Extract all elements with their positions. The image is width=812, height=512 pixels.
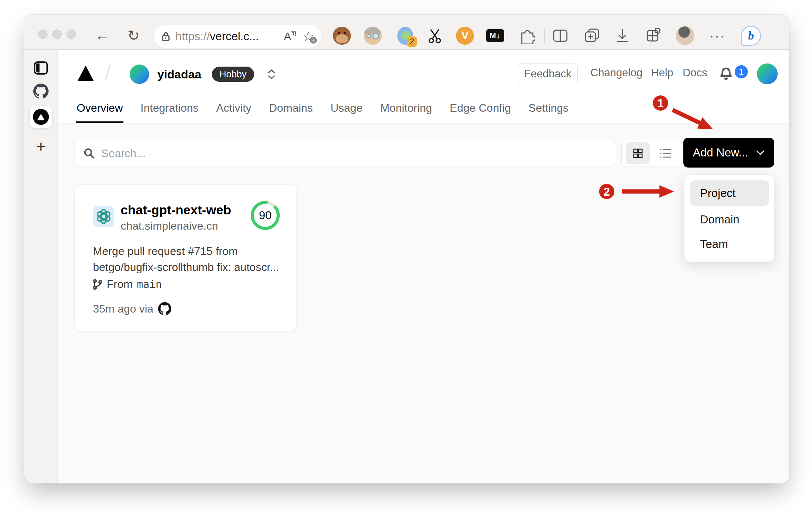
list-view-icon [659, 148, 673, 159]
collections-icon [584, 28, 600, 44]
add-new-label: Add New... [693, 146, 748, 159]
tab-settings[interactable]: Settings [528, 97, 569, 123]
downloads-button[interactable] [612, 26, 632, 46]
profile-cat-avatar [676, 26, 694, 45]
breadcrumb-slash: / [105, 60, 111, 84]
apps-grid-icon [645, 28, 661, 44]
extension-clipper[interactable] [425, 26, 445, 46]
add-new-dropdown: Project Domain Team [684, 174, 774, 262]
puzzle-icon [518, 27, 535, 44]
markdown-icon: M↓ [486, 29, 504, 42]
extensions-menu-button[interactable] [517, 26, 537, 46]
sidebar-tab-vercel-active[interactable] [30, 106, 52, 128]
search-input[interactable] [101, 147, 607, 160]
split-screen-icon [552, 29, 568, 43]
project-avatar [93, 206, 114, 227]
add-favorite-button[interactable]: ☆ + [302, 30, 314, 43]
back-icon: ← [95, 27, 110, 44]
team-switcher-button[interactable] [265, 67, 278, 82]
dropdown-item-domain[interactable]: Domain [690, 207, 769, 232]
tab-integrations[interactable]: Integrations [140, 97, 199, 123]
extension-markdownload[interactable]: M↓ [485, 26, 505, 46]
list-view-button[interactable] [654, 142, 678, 164]
sidebar-panel-button[interactable] [31, 58, 51, 78]
git-branch-icon [92, 279, 103, 290]
browser-profile-button[interactable] [675, 26, 695, 46]
circles-icon: 2 [397, 26, 416, 45]
dropdown-item-project[interactable]: Project [690, 180, 769, 206]
dropdown-item-team[interactable]: Team [690, 231, 769, 257]
extension-avatar[interactable] [363, 26, 383, 46]
extension-tampermonkey[interactable] [332, 26, 352, 46]
lighthouse-score-value: 90 [254, 204, 277, 227]
traffic-light-minimize[interactable] [52, 29, 62, 39]
help-link[interactable]: Help [651, 67, 673, 79]
tab-usage[interactable]: Usage [330, 97, 363, 123]
url-text: https://vercel.c... [175, 30, 284, 43]
page-content: / yidadaa Hobby Feedback Changelog Help … [58, 50, 789, 483]
project-domain[interactable]: chat.simplenaive.cn [121, 220, 218, 232]
screenshot-stage: ← ↻ https://vercel.c... A ☆ + [0, 0, 812, 512]
lock-icon [161, 31, 171, 42]
tab-activity[interactable]: Activity [216, 97, 252, 123]
lighthouse-score-ring: 90 [251, 201, 280, 230]
tab-overview[interactable]: Overview [76, 97, 123, 123]
traffic-light-close[interactable] [38, 29, 47, 39]
extension-tab-manager[interactable]: 2 [396, 26, 416, 46]
github-icon [33, 84, 49, 99]
tab-monitoring[interactable]: Monitoring [380, 97, 433, 123]
project-card[interactable]: chat-gpt-next-web chat.simplenaive.cn 90… [75, 185, 297, 331]
chevron-down-icon [756, 150, 765, 155]
collections-button[interactable] [582, 26, 602, 46]
chevron-down-icon [268, 75, 275, 79]
project-title[interactable]: chat-gpt-next-web [121, 203, 231, 217]
chevron-up-icon [268, 69, 275, 74]
bing-icon: b [741, 26, 761, 46]
browser-essentials-button[interactable] [643, 26, 663, 46]
project-search[interactable] [75, 140, 616, 167]
deploy-meta: 35m ago via [93, 302, 171, 315]
url-host: vercel.c... [210, 30, 259, 43]
search-icon [83, 147, 95, 159]
user-avatar[interactable] [757, 63, 778, 84]
sidebar-tab-github[interactable] [31, 82, 51, 101]
plan-badge: Hobby [212, 67, 254, 82]
add-new-button[interactable]: Add New... [683, 138, 774, 168]
split-screen-button[interactable] [550, 26, 570, 46]
branch-row: From main [92, 278, 162, 291]
vercel-logo[interactable] [78, 66, 94, 81]
notifications-button[interactable]: 1 [719, 63, 749, 85]
refresh-button[interactable]: ↻ [122, 24, 145, 46]
sidebar-divider [31, 136, 51, 136]
grandma-icon [364, 27, 382, 45]
vercel-nav-tabs: Overview Integrations Activity Domains U… [76, 97, 569, 123]
branch-name: main [137, 278, 162, 290]
read-aloud-button[interactable]: A [284, 30, 296, 43]
new-tab-button[interactable]: + [31, 137, 51, 156]
feedback-button[interactable]: Feedback [518, 63, 578, 84]
tab-domains[interactable]: Domains [268, 97, 313, 123]
back-button[interactable]: ← [91, 24, 113, 46]
docs-link[interactable]: Docs [683, 67, 707, 79]
url-scheme: https:// [175, 30, 210, 43]
read-aloud-waves-icon [291, 31, 296, 38]
github-icon [158, 302, 171, 315]
branch-label: From [107, 278, 133, 291]
grid-view-button[interactable] [626, 142, 650, 164]
tab-edge-config[interactable]: Edge Config [449, 97, 511, 123]
deploy-time: 35m ago via [93, 302, 153, 315]
extension-badge: 2 [407, 36, 417, 47]
extension-v[interactable]: V [455, 26, 475, 46]
commit-line-1: Merge pull request #715 from [93, 243, 282, 259]
settings-more-button[interactable]: ··· [707, 26, 727, 46]
team-avatar[interactable] [130, 65, 149, 84]
traffic-light-zoom[interactable] [67, 29, 76, 39]
address-bar[interactable]: https://vercel.c... A ☆ + [154, 25, 321, 48]
vercel-tab-icon [33, 109, 49, 125]
openai-icon [96, 208, 112, 224]
changelog-link[interactable]: Changelog [590, 67, 642, 79]
commit-line-2: betgo/bugfix-scrollthumb fix: autoscr... [93, 259, 282, 275]
team-name[interactable]: yidadaa [157, 68, 201, 81]
monkey-icon [333, 27, 351, 45]
bing-chat-button[interactable]: b [741, 26, 761, 46]
